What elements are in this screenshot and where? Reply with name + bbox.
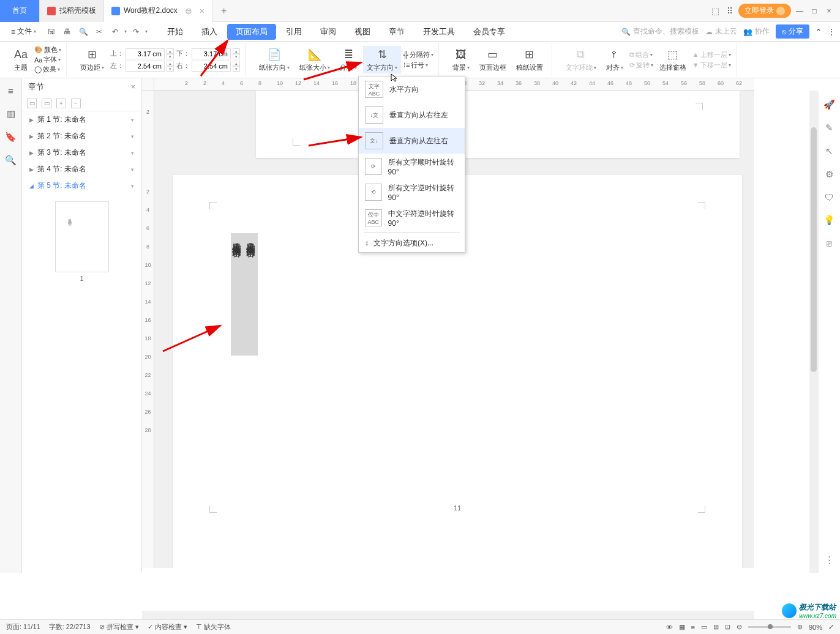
more-icon[interactable]: ⋮ (825, 554, 834, 565)
command-search[interactable]: 🔍 查找命令、搜索模板 (621, 26, 699, 37)
spin-up[interactable]: ▴ (233, 48, 240, 54)
redo-icon[interactable]: ↷ (129, 25, 143, 39)
margins-button[interactable]: ⊞ 页边距▾ (77, 46, 108, 73)
spin-down[interactable]: ▾ (167, 66, 174, 72)
selectpane-button[interactable]: ⬚选择窗格 (656, 46, 690, 73)
minimize-icon[interactable]: — (793, 5, 806, 17)
horizontal-scrollbar[interactable] (142, 611, 754, 619)
share-button[interactable]: ⎋ 分享 (776, 24, 809, 39)
orientation-button[interactable]: 📄纸张方向▾ (255, 46, 293, 73)
view-outline-icon[interactable]: ≡ (691, 624, 695, 631)
margin-top-input[interactable] (126, 48, 165, 59)
view-read-icon[interactable]: ⊞ (713, 623, 719, 631)
spin-down[interactable]: ▾ (233, 54, 240, 59)
expand-icon[interactable]: ⤢ (828, 623, 834, 631)
textdirection-button[interactable]: ⇅文字方向▾ (363, 46, 401, 73)
fit-icon[interactable]: ⊡ (725, 623, 730, 631)
margin-left-input[interactable] (126, 61, 165, 72)
screencap-icon[interactable]: ⎚ (827, 238, 832, 248)
apps-icon[interactable]: ⠿ (724, 5, 736, 17)
menu-references[interactable]: 引用 (277, 24, 310, 40)
spin-up[interactable]: ▴ (167, 48, 174, 54)
tab-templates[interactable]: 找稻壳模板 (40, 0, 104, 22)
dd-vertical-rtl[interactable]: ↓文垂直方向从右往左 (359, 102, 465, 128)
page-bottom-prev[interactable] (256, 91, 740, 158)
window-layout-icon[interactable]: ⬚ (709, 5, 721, 17)
chevron-down-icon[interactable]: ▾ (124, 29, 127, 34)
section-item[interactable]: ▶第 1 节: 未命名▾ (22, 111, 141, 128)
bookmark-icon[interactable]: 🔖 (4, 130, 18, 144)
dd-cn-ccw[interactable]: 仅中ABC中文字符逆时针旋转90° (359, 205, 465, 231)
preview-icon[interactable]: 🔍 (77, 25, 90, 39)
view-print-icon[interactable]: ▦ (679, 623, 685, 631)
new-tab-button[interactable]: + (212, 6, 235, 17)
chevron-down-icon[interactable]: ▾ (145, 29, 148, 34)
papersize-button[interactable]: 📐纸张大小▾ (296, 46, 334, 73)
dd-rotate-ccw[interactable]: ⟲所有文字逆时针旋转90° (359, 179, 465, 205)
section-item[interactable]: ▶第 4 节: 未命名▾ (22, 161, 141, 177)
safe-icon[interactable]: 🛡 (825, 192, 834, 203)
tool-icon[interactable]: ▭ (27, 99, 37, 108)
login-button[interactable]: 立即登录 (738, 4, 791, 18)
section-item[interactable]: ▶第 2 节: 未命名▾ (22, 128, 141, 144)
vertical-scrollbar[interactable] (809, 91, 818, 573)
search-icon[interactable]: 🔍 (4, 153, 18, 168)
collab-button[interactable]: 👥 协作 (743, 26, 770, 37)
tab-close-icon[interactable]: × (200, 6, 204, 16)
effect-button[interactable]: ◯ 效果 ▾ (34, 65, 61, 74)
breaks-button[interactable]: ╬ 分隔符 ▾ (403, 50, 433, 59)
up-arrow-icon[interactable]: ⌃ (816, 28, 822, 36)
settings-icon[interactable]: ⚙ (825, 169, 833, 180)
pageborder-button[interactable]: ▭页面边框 (476, 46, 510, 73)
dd-options[interactable]: ↕文字方向选项(X)... (359, 234, 465, 252)
tool-icon[interactable]: + (56, 99, 66, 108)
zoom-out-icon[interactable]: ⊖ (737, 623, 742, 631)
tool-icon[interactable]: − (71, 99, 81, 108)
menu-member[interactable]: 会员专享 (465, 24, 514, 40)
status-content[interactable]: ✓ 内容检查 ▾ (148, 622, 187, 632)
margin-right-input[interactable] (192, 61, 231, 72)
vertical-ruler[interactable]: 2246810121416182022242628 (142, 91, 154, 568)
status-page[interactable]: 页面: 11/11 (6, 622, 40, 632)
cursor-icon[interactable]: ↖ (825, 146, 833, 157)
color-button[interactable]: 🎨 颜色 ▾ (34, 45, 61, 54)
thumbnails-icon[interactable]: ▥ (4, 106, 18, 121)
lineno-button[interactable]: ⁝≡ 行号 ▾ (403, 61, 433, 70)
print-icon[interactable]: 🖶 (61, 25, 74, 39)
zoom-in-icon[interactable]: ⊕ (797, 623, 803, 631)
spin-up[interactable]: ▴ (233, 61, 240, 66)
undo-icon[interactable]: ↶ (108, 25, 122, 39)
view-web-icon[interactable]: ▭ (701, 623, 707, 631)
spin-down[interactable]: ▾ (233, 66, 240, 72)
theme-button[interactable]: Aa 主题 (10, 46, 32, 73)
section-item[interactable]: ▶第 3 节: 未命名▾ (22, 144, 141, 161)
outline-icon[interactable]: ≡ (4, 83, 18, 98)
spin-up[interactable]: ▴ (167, 61, 174, 66)
dd-vertical-ltr[interactable]: 文↓垂直方向从左往右 (359, 128, 465, 154)
section-item-selected[interactable]: ◢第 5 节: 未命名▾ (22, 177, 141, 194)
menu-view[interactable]: 视图 (346, 24, 379, 40)
scrollbar-thumb[interactable] (811, 127, 817, 372)
zoom-thumb[interactable] (768, 624, 773, 629)
align-button[interactable]: ⫯对齐▾ (602, 46, 627, 73)
font-button[interactable]: Aa 字体 ▾ (34, 55, 61, 64)
tab-menu-icon[interactable]: ⊜ (185, 6, 192, 16)
vertical-text-content[interactable]: 这里是举例文字内容2 这里是举例文字内容1 (231, 233, 258, 356)
page-thumbnail[interactable]: 这里是举例文字 (55, 201, 109, 272)
maximize-icon[interactable]: □ (808, 5, 820, 17)
eye-icon[interactable]: 👁 (666, 624, 673, 631)
menu-pagelayout[interactable]: 页面布局 (227, 24, 276, 40)
more-icon[interactable]: ⋮ (828, 28, 835, 36)
close-icon[interactable]: × (823, 5, 835, 17)
cloud-status[interactable]: ☁ 未上云 (705, 26, 737, 37)
menu-start[interactable]: 开始 (159, 24, 192, 40)
menu-section[interactable]: 章节 (380, 24, 413, 40)
zoom-value[interactable]: 90% (809, 624, 822, 631)
tool-icon[interactable]: ▭ (42, 99, 51, 108)
menu-review[interactable]: 审阅 (312, 24, 345, 40)
status-font[interactable]: ⊤ 缺失字体 (196, 622, 231, 632)
cut-icon[interactable]: ✂ (92, 25, 106, 39)
columns-button[interactable]: ≣分栏▾ (336, 46, 361, 73)
pen-icon[interactable]: ✎ (825, 122, 833, 133)
sidebar-close-icon[interactable]: × (131, 83, 135, 91)
